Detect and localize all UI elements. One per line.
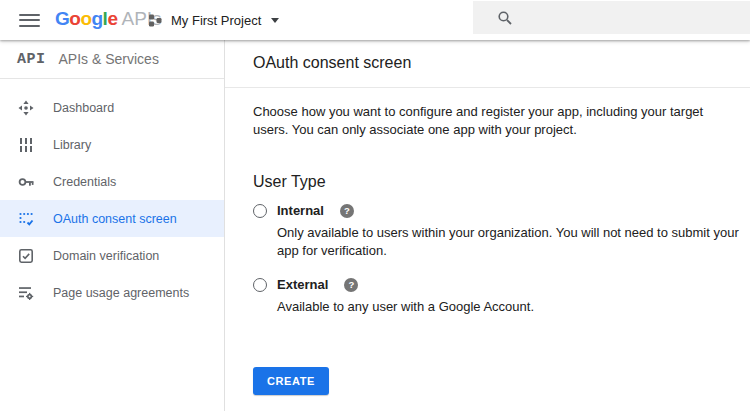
api-product-logo: API (17, 51, 46, 68)
search-input[interactable] (523, 1, 750, 34)
sidebar-item-library[interactable]: Library (0, 126, 224, 163)
search-bar[interactable] (473, 1, 750, 34)
help-icon[interactable]: ? (340, 204, 354, 218)
key-icon (18, 174, 34, 190)
logo-letter: e (107, 8, 117, 29)
external-radio[interactable] (253, 278, 267, 292)
project-name: My First Project (171, 13, 261, 28)
sidebar-item-credentials[interactable]: Credentials (0, 163, 224, 200)
page-title-bar: OAuth consent screen (225, 40, 750, 88)
chevron-down-icon (271, 18, 279, 23)
sidebar-item-label: Credentials (53, 175, 116, 189)
sidebar-item-page-usage-agreements[interactable]: Page usage agreements (0, 274, 224, 311)
sidebar-item-oauth-consent-screen[interactable]: OAuth consent screen (0, 200, 224, 237)
user-type-heading: User Type (253, 173, 750, 191)
sidebar-item-domain-verification[interactable]: Domain verification (0, 237, 224, 274)
page-title: OAuth consent screen (253, 54, 411, 71)
sidebar-item-label: OAuth consent screen (53, 212, 177, 226)
oauth-consent-form: Choose how you want to configure and reg… (225, 103, 750, 395)
checkbox-icon (18, 248, 34, 264)
sidebar-item-label: Domain verification (53, 249, 159, 263)
sidebar-header: API APIs & Services (0, 40, 224, 79)
logo-letter: o (69, 8, 80, 29)
project-selector[interactable]: My First Project (148, 0, 279, 40)
internal-description: Only available to users within your orga… (277, 224, 742, 260)
body: API APIs & Services Dashboard (0, 40, 750, 411)
menu-button[interactable] (19, 12, 40, 28)
sidebar: API APIs & Services Dashboard (0, 40, 225, 411)
library-icon (18, 137, 34, 153)
intro-text: Choose how you want to configure and reg… (253, 103, 718, 139)
create-button[interactable]: CREATE (253, 367, 329, 395)
sidebar-item-label: Page usage agreements (53, 286, 189, 300)
internal-radio[interactable] (253, 204, 267, 218)
google-apis-logo[interactable]: GoogleAPIs (55, 8, 162, 30)
hamburger-icon (19, 14, 40, 16)
consent-screen-icon (18, 211, 34, 227)
search-icon (497, 10, 513, 26)
user-type-option-internal: Internal ? (253, 203, 750, 218)
help-icon[interactable]: ? (344, 278, 358, 292)
logo-letter: g (92, 8, 103, 29)
internal-label: Internal (277, 203, 324, 218)
dashboard-icon (18, 100, 34, 116)
sidebar-nav: Dashboard Library (0, 79, 224, 311)
user-type-option-external: External ? (253, 277, 750, 292)
list-gear-icon (18, 285, 34, 301)
sidebar-item-label: Dashboard (53, 101, 114, 115)
sidebar-item-dashboard[interactable]: Dashboard (0, 89, 224, 126)
main-content: OAuth consent screen Choose how you want… (225, 40, 750, 411)
logo-letter: G (55, 8, 69, 29)
external-label: External (277, 277, 328, 292)
project-icon (148, 13, 163, 28)
product-name: APIs & Services (59, 51, 159, 67)
sidebar-item-label: Library (53, 138, 91, 152)
top-app-bar: GoogleAPIs My First Project (0, 0, 750, 40)
logo-letter: o (80, 8, 91, 29)
external-description: Available to any user with a Google Acco… (277, 298, 742, 316)
